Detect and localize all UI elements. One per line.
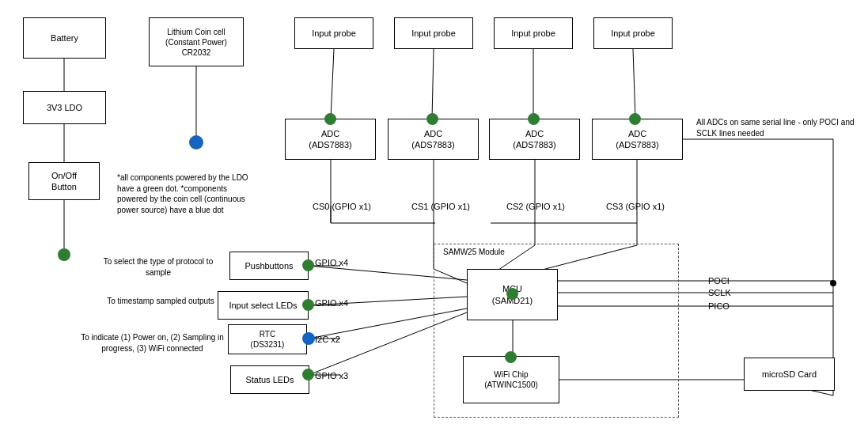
annotation-indicate: To indicate (1) Power on, (2) Sampling i… [79,332,226,354]
input-probe-1-label: Input probe [312,28,356,39]
push-green-dot [302,259,314,271]
annotation-timestamp: To timestamp sampled outputs [105,296,216,307]
right-black-dot [830,280,836,286]
input-probe-2-label: Input probe [411,28,456,39]
adc4-box: ADC (ADS7883) [592,119,683,160]
annotation-protocol: To select the type of protocol to sample [103,256,214,278]
diagram: Battery 3V3 LDO On/Off Button Lithium Co… [0,0,868,439]
input-probe-3-box: Input probe [494,17,573,49]
microsd-label: microSD Card [762,369,817,380]
input-probe-4-box: Input probe [593,17,673,49]
lithium-label: Lithium Coin cell (Constant Power) CR203… [165,27,227,58]
cs1-label: CS1 (GPIO x1) [411,201,470,212]
adc1-green-dot [324,113,336,125]
svg-line-7 [633,49,635,119]
i2c2-label: I2C x2 [315,334,340,345]
adc3-label: ADC (ADS7883) [513,128,555,151]
ldo-green-dot [58,248,70,261]
input-leds-box: Input select LEDs [218,291,309,320]
adc2-green-dot [426,113,438,125]
status-green-dot [302,369,314,380]
svg-line-4 [331,49,334,119]
input-probe-3-label: Input probe [511,28,555,39]
rtc-box: RTC (DS3231) [228,324,307,354]
pushbuttons-label: Pushbuttons [244,260,293,271]
input-probe-2-box: Input probe [394,17,473,49]
battery-label: Battery [51,32,78,44]
wifi-box: WiFi Chip (ATWINC1500) [463,356,559,403]
gpio4-leds-label: GPIO x4 [315,297,348,308]
annotation-power: *all components powered by the LDO have … [117,172,256,215]
sclk-label: SCLK [708,287,731,298]
rtc-label: RTC (DS3231) [251,329,285,350]
lithium-box: Lithium Coin cell (Constant Power) CR203… [149,17,244,66]
adc3-green-dot [528,113,540,125]
wifi-green-dot [505,351,517,363]
gpio3-label: GPIO x3 [315,370,348,381]
onoff-label: On/Off Button [51,170,77,193]
poci-label: POCI [708,275,730,286]
rtc-blue-dot [302,332,315,345]
svg-line-5 [432,49,434,119]
microsd-box: microSD Card [744,358,835,391]
wifi-label: WiFi Chip (ATWINC1500) [484,369,538,390]
lithium-blue-dot [189,135,203,149]
input-probe-1-box: Input probe [294,17,373,49]
mcu-green-dot [506,288,518,300]
input-leds-label: Input select LEDs [229,300,297,311]
adc4-label: ADC (ADS7883) [616,128,658,151]
status-leds-label: Status LEDs [245,374,294,385]
pushbuttons-box: Pushbuttons [229,252,309,280]
adc1-label: ADC (ADS7883) [309,128,351,151]
battery-box: Battery [23,17,106,59]
status-leds-box: Status LEDs [230,365,309,394]
adc4-green-dot [629,113,641,125]
cs2-label: CS2 (GPIO x1) [506,201,565,212]
pico-label: PICO [708,301,730,312]
ldo-label: 3V3 LDO [47,102,82,113]
onoff-box: On/Off Button [28,162,100,200]
samw25-label: SAMW25 Module [443,247,505,257]
ldo-box: 3V3 LDO [23,91,106,124]
gpio4-push-label: GPIO x4 [315,257,348,268]
input-probe-4-label: Input probe [611,28,655,39]
cs3-label: CS3 (GPIO x1) [606,201,665,212]
annotation-adc-serial: All ADCs on same serial line - only POCI… [696,117,855,138]
inled-green-dot [302,299,314,311]
cs0-label: CS0 (GPIO x1) [313,201,371,212]
adc2-label: ADC (ADS7883) [411,128,454,151]
